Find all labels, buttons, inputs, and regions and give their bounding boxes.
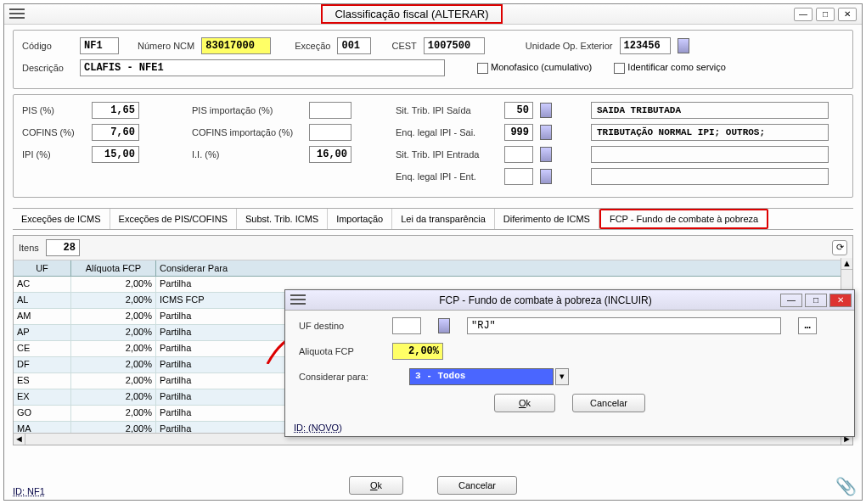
close-button[interactable]: ✕ [838,8,857,21]
tab-importacao[interactable]: Importação [328,209,392,229]
servico-checkbox[interactable] [614,63,625,74]
pis-label: PIS (%) [22,105,85,115]
col-considerar[interactable]: Considerar Para [156,260,852,276]
tab-fcp[interactable]: FCP - Fundo de combate à pobreza [599,209,768,229]
enq-saida-lookup-icon[interactable] [540,125,552,140]
cell-aliq: 2,00% [71,277,156,292]
tab-subst-trib[interactable]: Subst. Trib. ICMS [237,209,328,229]
cell-aliq: 2,00% [71,389,156,405]
ncm-field[interactable]: 83017000 [201,37,271,54]
ok-button[interactable]: Ok [349,476,403,495]
pis-field[interactable]: 1,65 [92,102,139,119]
maximize-button[interactable]: □ [816,8,835,21]
excecao-label: Exceção [295,41,330,51]
sit-ent-text [591,146,829,163]
tab-excecoes-piscofins[interactable]: Exceções de PIS/COFINS [110,209,237,229]
cell-uf: GO [14,406,71,421]
enq-ent-field[interactable] [504,168,533,185]
tab-bar: Exceções de ICMS Exceções de PIS/COFINS … [13,208,853,230]
id-link[interactable]: ID: NF1 [13,486,45,496]
ipi-field[interactable]: 15,00 [92,146,139,163]
codigo-field[interactable]: NF1 [80,37,119,54]
cell-aliq: 2,00% [71,373,156,389]
itens-label: Itens [19,243,39,253]
itens-count: 28 [46,239,80,256]
cell-uf: DF [14,357,71,372]
mono-checkbox[interactable] [477,63,488,74]
ii-label: I.I. (%) [192,149,302,160]
dialog-maximize-button[interactable]: □ [805,294,827,307]
fcp-dialog: FCP - Fundo de combate à pobreza (INCLUI… [284,289,855,437]
tab-diferimento-icms[interactable]: Diferimento de ICMS [495,209,599,229]
cell-uf: ES [14,373,71,389]
cofins-field[interactable]: 7,60 [92,124,139,141]
dlg-uf-label: UF destino [299,321,375,331]
ii-field[interactable]: 16,00 [309,146,351,163]
excecao-field[interactable]: 001 [337,37,371,54]
enq-ent-lookup-icon[interactable] [540,169,552,184]
cofins-imp-label: COFINS importação (%) [192,127,302,137]
cell-uf: AL [14,293,71,308]
pis-imp-label: PIS importação (%) [192,105,302,115]
enq-ent-text [591,168,829,185]
col-aliquota[interactable]: Alíquota FCP [71,260,156,276]
dialog-close-button[interactable]: ✕ [829,294,852,307]
main-window: Classificação fiscal (ALTERAR) — □ ✕ Cód… [3,3,863,501]
grid-refresh-icon[interactable]: ⟳ [832,240,847,255]
cell-aliq: 2,00% [71,341,156,356]
sit-ent-field[interactable] [504,146,533,163]
dialog-menu-icon[interactable] [290,294,306,306]
dlg-id-link[interactable]: ID: (NOVO) [294,423,342,433]
cell-aliq: 2,00% [71,293,156,308]
enq-saida-field[interactable]: 999 [504,124,533,141]
cell-aliq: 2,00% [71,357,156,372]
sit-ent-label: Sit. Trib. IPI Entrada [396,149,498,160]
attachment-icon[interactable]: 📎 [835,476,857,496]
cest-field[interactable]: 1007500 [424,37,485,54]
cell-aliq: 2,00% [71,309,156,324]
enq-ent-label: Enq. legal IPI - Ent. [396,171,498,182]
dlg-cancel-button[interactable]: Cancelar [572,394,645,412]
unidade-field[interactable]: 123456 [620,37,671,54]
cancel-button[interactable]: Cancelar [437,476,517,495]
header-panel: Código NF1 Número NCM 83017000 Exceção 0… [13,30,853,89]
dlg-aliq-field[interactable]: 2,00% [392,343,443,360]
minimize-button[interactable]: — [794,8,813,21]
tab-excecoes-icms[interactable]: Exceções de ICMS [13,209,110,229]
mono-label: Monofasico (cumulativo) [491,62,592,72]
cell-uf: AC [14,277,71,292]
dlg-uf-code[interactable] [392,317,421,334]
sit-saida-field[interactable]: 50 [504,102,533,119]
dlg-aliq-label: Aliquota FCP [299,346,375,356]
enq-saida-text: TRIBUTAÇÃO NORMAL IPI; OUTROS; [591,124,829,141]
menu-icon[interactable] [9,8,25,20]
codigo-label: Código [22,41,73,51]
dialog-title: FCP - Fundo de combate à pobreza (INCLUI… [311,294,780,306]
chevron-down-icon[interactable]: ▾ [555,368,569,385]
dlg-uf-text[interactable]: "RJ" [467,317,781,334]
cest-label: CEST [391,41,416,51]
window-title: Classificação fiscal (ALTERAR) [321,4,502,24]
cofins-imp-field[interactable] [309,124,351,141]
unidade-label: Unidade Op. Exterior [526,41,613,51]
dlg-cons-label: Considerar para: [299,372,392,382]
cell-uf: AM [14,309,71,324]
col-uf[interactable]: UF [14,260,71,276]
ncm-label: Número NCM [138,41,194,51]
pis-imp-field[interactable] [309,102,351,119]
cell-aliq: 2,00% [71,325,156,340]
descricao-field[interactable]: CLAFIS - NFE1 [80,59,445,76]
servico-label: Identificar como serviço [627,62,726,72]
sit-ent-lookup-icon[interactable] [540,147,552,162]
unidade-lookup-icon[interactable] [678,38,689,53]
sit-saida-text: SAIDA TRIBUTADA [591,102,829,119]
tab-lei-transparencia[interactable]: Lei da transparência [392,209,495,229]
dlg-uf-browse-button[interactable]: … [798,317,817,334]
cell-aliq: 2,00% [71,406,156,421]
ipi-label: IPI (%) [22,149,85,160]
dlg-uf-lookup-icon[interactable] [438,318,450,333]
dlg-cons-select[interactable]: 3 - Todos [409,368,554,385]
dialog-minimize-button[interactable]: — [780,294,802,307]
dlg-ok-button[interactable]: Ok [494,394,555,412]
sit-saida-lookup-icon[interactable] [540,103,552,118]
